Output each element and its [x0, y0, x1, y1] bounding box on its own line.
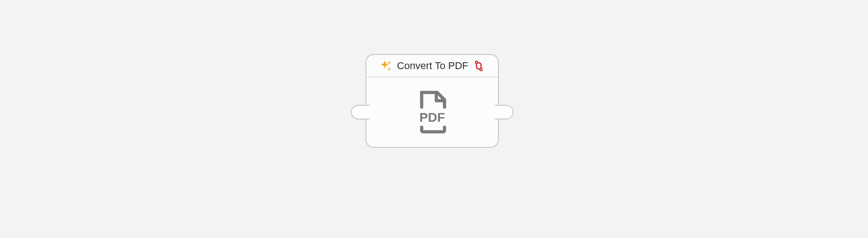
node-header: Convert To PDF: [366, 55, 498, 77]
convert-icon: [473, 60, 485, 72]
node-body: PDF: [366, 77, 498, 147]
node-title: Convert To PDF: [397, 60, 468, 72]
output-port[interactable]: [494, 105, 513, 119]
svg-point-0: [476, 61, 478, 64]
pdf-file-icon: PDF: [412, 89, 453, 135]
sparkle-icon: [380, 60, 392, 72]
pdf-label: PDF: [419, 110, 445, 124]
workflow-node-convert-to-pdf[interactable]: Convert To PDF PDF: [365, 54, 499, 148]
input-port[interactable]: [351, 105, 370, 119]
svg-point-1: [480, 69, 482, 71]
